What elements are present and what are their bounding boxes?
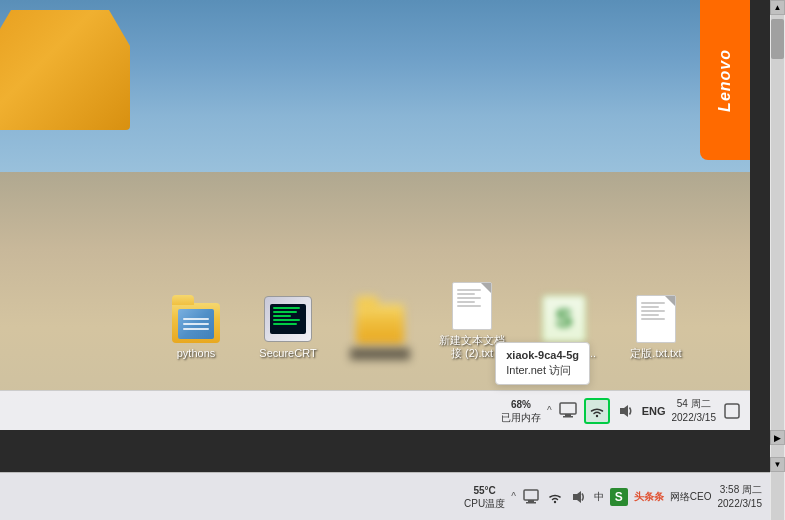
new-text-doc-icon [448,282,496,330]
svg-rect-6 [524,490,538,500]
svg-rect-5 [725,404,739,418]
scroll-up-arrow[interactable]: ▲ [770,0,785,15]
securecrt-label: SecureCRT [259,347,316,360]
taskbar-time: 54 周二 [672,397,717,411]
lenovo-logo-text: Lenovo [716,49,734,112]
bottom-time-display: 3:58 周二 2022/3/15 [718,483,763,511]
tray-volume-icon[interactable] [616,401,636,421]
bottom-date: 2022/3/15 [718,497,763,511]
desktop-icon-fixed-txt[interactable]: 定版.txt.txt [620,295,692,360]
toutiao-icon[interactable]: 头条条 [634,490,664,504]
desktop-icons-area: pythons SecureCRT [160,282,692,360]
pythons-icon [172,295,220,343]
wifi-name: xiaok-9ca4-5g [506,349,579,361]
blurred1-icon [356,296,404,344]
bottom-tray-volume[interactable] [570,488,588,506]
wifi-subtitle: Inter.net 访问 [506,363,579,378]
blurred-folder-shape [356,304,404,344]
vehicle-decoration [0,10,130,130]
desktop-icon-blurred1[interactable] [344,296,416,360]
bottom-tray-computer[interactable] [522,488,540,506]
svg-marker-4 [620,405,628,417]
bottom-taskbar: 55°C CPU温度 ^ 中 S 头条条 网络CEO 3:58 周二 20 [0,472,770,520]
svg-point-3 [595,414,597,416]
network-label: 网络CEO [670,491,712,502]
memory-info: 68% 已用内存 [501,398,541,424]
taskbar-date: 2022/3/15 [672,411,717,425]
time-display: 54 周二 2022/3/15 [672,397,717,425]
cpu-temp: 55°C [464,484,505,497]
desktop-icon-pythons[interactable]: pythons [160,295,232,360]
desktop-icon-securecrt[interactable]: SecureCRT [252,295,324,360]
svg-point-9 [554,500,556,502]
folder-shape [172,303,220,343]
bottom-time: 3:58 周二 [718,483,763,497]
network-resources-icon: S [540,295,588,343]
blurred1-label [350,348,410,360]
bottom-chevron[interactable]: ^ [511,491,516,502]
desktop: Lenovo pytho [0,0,750,430]
bottom-tray-wifi[interactable] [546,488,564,506]
tray-computer-icon[interactable] [558,401,578,421]
memory-percent: 68% [501,398,541,411]
taskbar-right-area: 68% 已用内存 ^ [501,397,742,425]
fixed-txt-icon [632,295,680,343]
notification-icon[interactable] [722,401,742,421]
wifi-icon-highlighted[interactable] [584,398,610,424]
bottom-tray-zh[interactable]: 中 [594,490,604,504]
taskbar: 68% 已用内存 ^ [0,390,750,430]
cpu-info: 55°C CPU温度 [464,484,505,510]
lenovo-badge: Lenovo [700,0,750,160]
wps-icon[interactable]: S [610,488,628,506]
pythons-label: pythons [177,347,216,360]
svg-rect-7 [528,500,534,502]
scrollbar: ▲ ▶ ▼ [770,0,785,520]
wifi-tooltip: xiaok-9ca4-5g Inter.net 访问 [495,342,590,385]
svg-rect-1 [565,414,571,416]
cpu-label: CPU温度 [464,497,505,510]
scroll-down-arrow[interactable]: ▼ [770,457,785,472]
eng-badge[interactable]: ENG [642,405,666,417]
svg-rect-0 [560,403,576,414]
scroll-right-arrow[interactable]: ▶ [770,430,785,445]
svg-marker-10 [573,491,581,503]
svg-rect-2 [563,416,573,418]
taskbar-chevron[interactable]: ^ [547,405,552,416]
network-ceo-label[interactable]: 网络CEO [670,490,712,504]
securecrt-icon-img [264,295,312,343]
memory-label: 已用内存 [501,411,541,424]
fixed-txt-label: 定版.txt.txt [630,347,681,360]
svg-rect-8 [526,502,536,504]
scroll-thumb[interactable] [771,19,784,59]
toutiao-label: 头条 [634,491,654,502]
